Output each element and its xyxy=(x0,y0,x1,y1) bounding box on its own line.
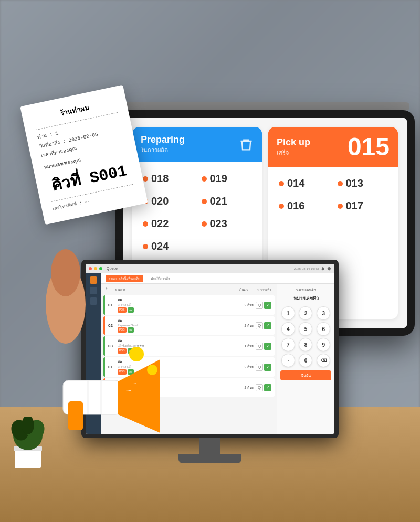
num-btn-7[interactable]: 7 xyxy=(281,338,295,351)
svg-rect-3 xyxy=(68,401,83,430)
queue-item-022: 022 xyxy=(139,212,197,235)
num-btn-2[interactable]: 2 xyxy=(299,306,312,320)
num-btn-4[interactable]: 4 xyxy=(281,322,295,336)
preparing-subtitle: ในการผลิต xyxy=(141,145,185,155)
numpad-grid: 1 2 3 4 5 6 7 8 9 · 0 ⌫ xyxy=(280,306,331,367)
monitor-stand-base xyxy=(178,454,242,463)
num-btn-6[interactable]: 6 xyxy=(317,322,330,336)
svg-rect-7 xyxy=(87,380,89,414)
app-titlebar: Queue 2025-08-14 16:43 xyxy=(86,264,334,273)
settings-icon[interactable] xyxy=(327,267,331,271)
queue-item-016: 016 xyxy=(275,195,333,217)
order-action-done-4[interactable]: ✓ xyxy=(264,364,271,371)
preparing-title: Preparing xyxy=(141,134,185,145)
svg-text:~: ~ xyxy=(126,385,132,396)
order-action-done-1[interactable]: ✓ xyxy=(264,302,271,309)
order-action-qty-3[interactable]: Q xyxy=(256,343,263,350)
pickup-subtitle: เสร็จ xyxy=(277,148,310,157)
preparing-header: Preparing ในการผลิต xyxy=(132,127,262,162)
queue-dot xyxy=(279,181,284,186)
svg-point-5 xyxy=(129,347,144,361)
queue-dot xyxy=(143,244,148,249)
order-action-qty-4[interactable]: Q xyxy=(256,364,263,371)
num-btn-1[interactable]: 1 xyxy=(281,306,295,320)
queue-item-018: 018 xyxy=(139,167,197,190)
order-action-done-5[interactable]: ✓ xyxy=(264,384,271,391)
num-btn-8[interactable]: 8 xyxy=(299,338,312,351)
order-row-1: 01 สด คาเฟ่ลาเต้ POS สด 2 ถ้วย xyxy=(103,295,275,315)
queue-item-019: 019 xyxy=(197,167,256,190)
maximize-dot[interactable] xyxy=(99,267,102,270)
queue-item-013: 013 xyxy=(333,172,392,195)
num-btn-5[interactable]: 5 xyxy=(299,322,312,336)
pickup-header: Pick up เสร็จ 015 xyxy=(268,127,398,167)
app-title: Queue xyxy=(107,267,118,270)
tab-pending[interactable]: รายการสั่งซื้อที่รอผลิต xyxy=(106,275,143,282)
queue-item-024: 024 xyxy=(139,235,197,258)
confirm-button[interactable]: ยืนยัน xyxy=(280,370,331,380)
num-btn-0[interactable]: 0 xyxy=(299,354,312,367)
queue-dot xyxy=(338,204,343,209)
queue-dot xyxy=(143,176,148,182)
svg-rect-11 xyxy=(15,449,41,468)
order-list-header: # รายการ จำนวน การกระทำ xyxy=(103,286,275,293)
order-action-done-2[interactable]: ✓ xyxy=(264,322,271,329)
megaphone-illustration: ~ ~ xyxy=(55,344,171,449)
tab-history[interactable]: ประวัติการสั่ง xyxy=(148,275,173,282)
pickup-numbers-grid: 014 013 016 017 xyxy=(268,167,398,222)
queue-item-017: 017 xyxy=(333,195,392,217)
svg-point-1 xyxy=(51,249,80,296)
svg-rect-8 xyxy=(100,380,102,414)
num-btn-3[interactable]: 3 xyxy=(317,306,330,320)
num-btn-9[interactable]: 9 xyxy=(317,338,330,351)
queue-dot xyxy=(202,176,207,182)
queue-dot xyxy=(338,181,343,186)
order-action-qty-2[interactable]: Q xyxy=(256,322,263,329)
queue-dot xyxy=(279,204,284,209)
queue-dot xyxy=(202,221,207,227)
tablet-stand-bar xyxy=(121,102,410,111)
numpad-label: หมายเลขคิว xyxy=(280,287,331,293)
queue-dot xyxy=(202,199,207,204)
num-btn-back[interactable]: ⌫ xyxy=(317,354,330,367)
plant-illustration xyxy=(9,417,46,470)
queue-item-014: 014 xyxy=(275,172,333,195)
order-action-done-3[interactable]: ✓ xyxy=(264,343,271,350)
svg-text:~: ~ xyxy=(133,380,136,387)
preparing-numbers-grid: 018 019 020 021 022 xyxy=(132,162,262,263)
datetime: 2025-08-14 16:43 xyxy=(294,267,319,270)
order-row-2: 02 สด Espresso Blend POS สด 2 ถ้วย xyxy=(103,316,275,335)
bell-icon[interactable] xyxy=(321,267,325,271)
order-action-qty-1[interactable]: Q xyxy=(256,302,263,309)
monitor-stand-neck xyxy=(200,438,220,454)
svg-point-6 xyxy=(147,365,158,375)
queue-item-023: 023 xyxy=(197,212,256,235)
pickup-featured-number: 015 xyxy=(348,134,390,159)
queue-dot xyxy=(143,221,148,227)
numpad-panel: หมายเลขคิว หมายเลขคิว 1 2 3 4 5 6 7 8 xyxy=(277,284,334,434)
order-action-qty-5[interactable]: Q xyxy=(256,384,263,391)
numpad-subtitle: หมายเลขคิว xyxy=(280,295,331,302)
trash-icon[interactable] xyxy=(239,137,254,152)
app-topbar: รายการสั่งซื้อที่รอผลิต ประวัติการสั่ง xyxy=(101,273,334,284)
num-btn-dot[interactable]: · xyxy=(281,354,295,367)
pickup-title: Pick up xyxy=(277,137,310,148)
queue-item-021: 021 xyxy=(197,190,256,212)
